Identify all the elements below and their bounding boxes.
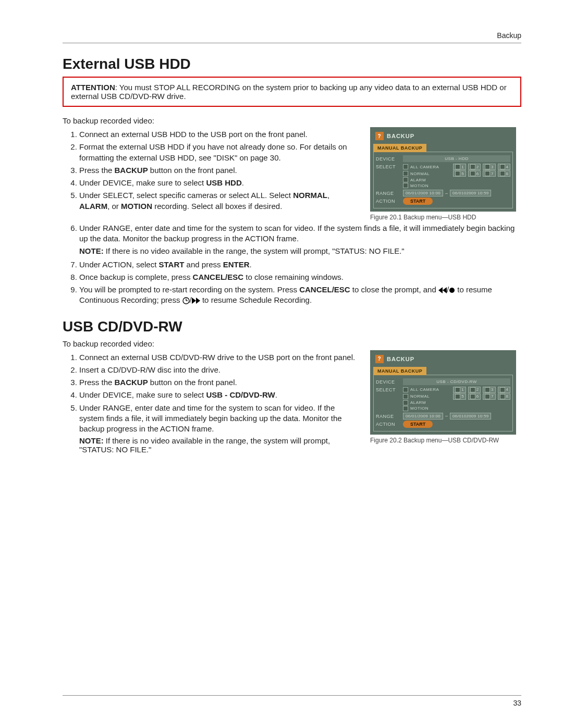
checkbox-icon [500,387,505,392]
checkbox-icon [403,183,408,188]
fig2-range-from: 06/01/2009 10:00 [403,413,443,419]
checkbox-icon [403,164,408,169]
step-1: Connect an external USB HDD to the USB p… [79,129,360,140]
page-number: 33 [63,699,521,707]
header-rule [63,43,521,43]
attention-box: ATTENTION: You must STOP ALL RECORDING o… [63,77,521,107]
fig1-action-label: ACTION [376,198,400,204]
clock-icon [182,297,190,304]
fast-forward-icon [192,298,200,304]
fig1-start-button: START [403,198,433,205]
checkbox-icon [403,400,408,405]
checkbox-icon [500,171,505,176]
step-9: You will be prompted to re-start recordi… [79,285,521,306]
checkbox-icon [455,394,460,399]
h-usb-cd-dvd-rw: USB CD/DVD-RW [63,318,521,335]
fig1-select-label: SELECT [376,163,400,169]
checkbox-icon [403,394,408,399]
step2-5: Under RANGE, enter date and time for the… [79,403,360,435]
step-8: Once backup is complete, press CANCEL/ES… [79,272,521,282]
step-6: Under RANGE, enter date and time for the… [79,223,521,244]
fig1-device-value: USB - HDD [403,155,510,162]
figure-backup-usb-hdd: ? BACKUP MANUAL BACKUP DEVICE USB - HDD … [370,127,516,212]
svg-marker-7 [196,298,200,304]
checkbox-icon [485,394,490,399]
step-3: Press the BACKUP button on the front pan… [79,165,360,176]
checkbox-icon [403,177,408,182]
rewind-icon [438,287,447,293]
step-7: Under ACTION, select START and press ENT… [79,260,521,270]
fig2-range-label: RANGE [376,413,400,419]
checkbox-icon [455,164,460,169]
step-5: Under SELECT, select specific cameras or… [79,190,360,212]
fig1-range-to: 06/0102009 10:59 [450,190,491,196]
h-usb-hdd: External USB HDD [63,56,521,72]
checkbox-icon [403,171,408,176]
svg-marker-1 [443,287,447,293]
footer-rule [63,695,521,696]
intro-1: To backup recorded video: [63,116,521,125]
checkbox-icon [500,394,505,399]
record-icon [449,287,455,293]
fig2-caption: Figure 20.2 Backup menu—USB CD/DVD-RW [370,437,521,444]
fig1-title: BACKUP [387,133,414,139]
checkbox-icon [470,164,475,169]
fig2-tab: MANUAL BACKUP [373,367,426,375]
step2-1: Connect an external USB CD/DVD-RW drive … [79,352,360,363]
steps-usb-hdd-b: Under RANGE, enter date and time for the… [63,223,521,244]
checkbox-icon [500,164,505,169]
step-4: Under DEVICE, make sure to select USB HD… [79,178,360,188]
checkbox-icon [455,387,460,392]
attention-label: ATTENTION [71,83,115,92]
steps-usb-hdd-a: Connect an external USB HDD to the USB p… [63,129,360,212]
checkbox-icon [485,387,490,392]
backup-icon: ? [375,355,384,363]
step-2: Format the external USB HDD if you have … [79,142,360,163]
fig1-range-from: 06/01/2009 10:00 [403,190,443,196]
checkbox-icon [470,387,475,392]
header-section: Backup [63,31,521,40]
checkbox-icon [470,171,475,176]
note-1: NOTE: If there is no video available in … [79,246,521,255]
step2-3: Press the BACKUP button on the front pan… [79,377,360,388]
step2-4: Under DEVICE, make sure to select USB - … [79,390,360,400]
note-2: NOTE: If there is no video available in … [79,436,360,454]
fig1-range-label: RANGE [376,190,400,196]
checkbox-icon [455,171,460,176]
fig2-device-value: USB - CD/DVD-RW [403,378,510,385]
fig2-action-label: ACTION [376,421,400,427]
checkbox-icon [485,164,490,169]
svg-marker-6 [192,298,196,304]
fig2-select-label: SELECT [376,386,400,392]
fig1-tab: MANUAL BACKUP [373,144,426,152]
backup-icon: ? [375,132,384,140]
fig2-range-to: 06/0102009 10:59 [450,413,491,419]
fig2-start-button: START [403,421,433,428]
steps-usb-hdd-c: Under ACTION, select START and press ENT… [63,260,521,306]
intro-2: To backup recorded video: [63,339,521,348]
checkbox-icon [485,171,490,176]
svg-point-2 [449,288,455,293]
checkbox-icon [403,387,408,392]
fig1-device-label: DEVICE [376,155,400,162]
checkbox-icon [403,406,408,411]
svg-marker-0 [438,287,443,293]
checkbox-icon [470,394,475,399]
attention-body: : You must STOP ALL RECORDING on the sys… [71,83,507,101]
fig1-caption: Figure 20.1 Backup menu—USB HDD [370,214,521,221]
fig2-title: BACKUP [387,356,414,362]
steps-usb-dvd: Connect an external USB CD/DVD-RW drive … [63,352,360,435]
step2-2: Insert a CD/DVD-R/W disc into the drive. [79,365,360,375]
figure-backup-usb-dvd: ? BACKUP MANUAL BACKUP DEVICE USB - CD/D… [370,350,516,435]
fig2-device-label: DEVICE [376,378,400,385]
